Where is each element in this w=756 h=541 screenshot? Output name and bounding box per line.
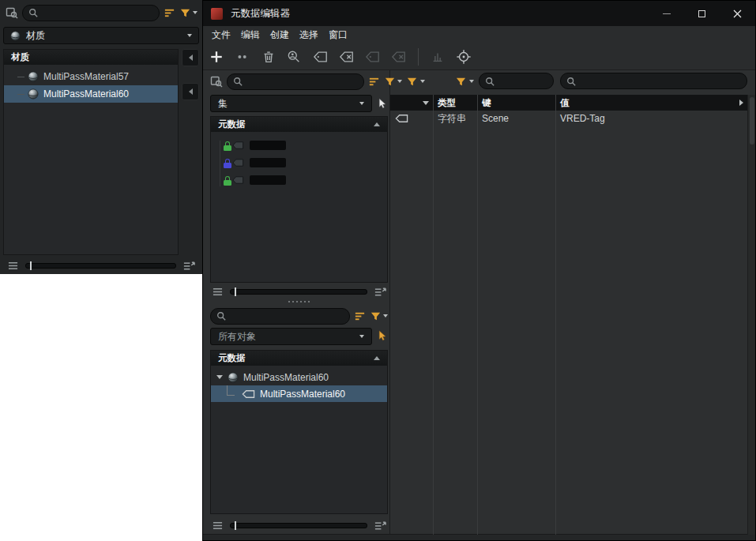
material-item-label: MultiPassMaterial57 [43,71,129,82]
collapse-icon[interactable] [374,122,380,126]
material-type-dropdown[interactable]: 材质 [3,27,199,44]
type-column-header[interactable]: 类型 [433,95,477,111]
size-slider-handle[interactable] [235,521,236,530]
metadata-editor-window: 元数据编辑器 文件 编辑 创建 选择 窗口 [202,0,756,541]
type-column-label: 类型 [438,97,456,109]
expander-icon[interactable] [216,375,223,379]
sets-search-box[interactable] [227,73,364,90]
filter-list-icon[interactable] [354,310,366,322]
small-list-icon[interactable] [212,287,224,297]
objects-filter-dropdown[interactable]: 所有对象 [210,328,372,345]
value-search-box[interactable] [560,73,747,89]
row-value-cell: VRED-Tag [555,111,747,126]
material-list-item-selected[interactable]: MultiPassMaterial60 [4,85,178,103]
sets-dropdown-label: 集 [218,97,228,111]
chevron-down-icon [420,80,425,83]
table-filter-row [390,73,747,90]
header-scroll-right-icon[interactable] [739,100,743,106]
material-list-panel: 材质 MultiPassMaterial57 MultiPassMaterial… [3,49,179,255]
header-dropdown-icon[interactable] [423,101,429,105]
value-search-input[interactable] [579,77,741,86]
sets-dropdown[interactable]: 集 [210,95,372,112]
filter-funnel-icon[interactable] [370,310,388,322]
locked-tag-icon [224,174,244,186]
vertical-scrollbar[interactable] [747,95,755,535]
assign-material-button[interactable] [182,83,199,100]
collapse-left-button[interactable] [182,49,199,66]
objects-metadata-panel: 元数据 MultiPassMaterial60 MultiPassMateria… [210,350,388,514]
locked-tag-icon [224,156,244,169]
key-search-box[interactable] [479,73,554,89]
find-icon[interactable] [210,75,223,88]
collapse-icon[interactable] [374,356,380,360]
object-tree-parent[interactable]: MultiPassMaterial60 [211,369,387,385]
search-icon [485,77,495,86]
grid-line [433,95,434,535]
objects-panel-title: 元数据 [218,352,246,364]
chevron-down-icon [469,80,474,83]
filter-list-icon[interactable] [164,7,175,19]
key-column-header[interactable]: 键 [477,95,555,111]
row-type-cell: 字符串 [433,111,477,126]
objects-search-box[interactable] [210,308,350,325]
sets-size-slider-row [210,284,388,299]
icon-size-slider-track[interactable] [25,263,176,269]
objects-filter-label: 所有对象 [218,330,256,344]
find-icon[interactable] [6,6,18,19]
sets-metadata-panel: 元数据 [210,116,388,283]
size-slider-track[interactable] [230,289,367,295]
sets-search-input[interactable] [246,77,358,86]
pick-set-button[interactable] [376,95,388,112]
large-list-icon[interactable] [182,260,195,271]
sets-search-row [210,73,388,90]
material-sphere-icon [228,372,239,383]
key-filter-icon[interactable] [455,73,474,90]
object-parent-label: MultiPassMaterial60 [243,372,329,383]
scrollbar-thumb[interactable] [750,97,754,145]
large-list-icon[interactable] [374,520,386,531]
size-slider-track[interactable] [230,523,367,528]
icon-size-slider-handle[interactable] [30,261,32,270]
locked-metadata-set[interactable] [211,171,387,189]
tree-branch-line [17,94,24,95]
icon-column-header[interactable] [390,95,433,111]
locked-metadata-set[interactable] [211,154,387,171]
material-sphere-icon [28,88,39,100]
large-list-icon[interactable] [374,286,386,297]
tree-connector [227,385,235,396]
objects-search-row [210,307,388,325]
row-key-cell: Scene [477,111,555,126]
locked-metadata-set[interactable] [211,137,387,154]
material-search-input[interactable] [41,8,153,17]
filter-funnel-icon[interactable] [179,7,197,19]
metadata-table-row[interactable]: 字符串 Scene VRED-Tag [390,111,747,126]
size-slider-handle[interactable] [235,287,236,296]
search-icon [233,77,243,86]
material-list-item[interactable]: MultiPassMaterial57 [4,68,178,85]
material-search-box[interactable] [22,5,160,21]
small-list-icon[interactable] [212,520,224,531]
search-icon [216,311,226,321]
object-tree-child-selected[interactable]: MultiPassMaterial60 [211,385,387,402]
small-list-icon[interactable] [7,261,19,271]
lock-icon [224,163,231,168]
row-icon-cell [390,111,433,126]
metadata-tag-icon [242,389,255,399]
type-filter-icon[interactable] [406,73,425,90]
metadata-left-column: 集 元数据 [210,1,388,541]
redacted-label [250,175,286,185]
material-type-label: 材质 [26,29,45,43]
key-search-input[interactable] [498,77,547,86]
material-editor-dock: 材质 材质 MultiPassMaterial57 MultiPassMater… [0,0,202,274]
metadata-table-area: 类型 键 值 字符串 Scene VRED-Tag [390,1,755,541]
chevron-down-icon [359,335,364,338]
chevron-down-icon [187,34,192,37]
material-sphere-icon [28,71,39,82]
tree-branch-line [17,77,24,77]
value-column-header[interactable]: 值 [555,95,747,111]
section-resize-handle[interactable] [210,301,388,302]
pick-object-button[interactable] [376,327,388,344]
filter-list-icon[interactable] [368,76,380,88]
objects-search-input[interactable] [229,311,344,321]
sets-panel-title: 元数据 [218,118,246,130]
